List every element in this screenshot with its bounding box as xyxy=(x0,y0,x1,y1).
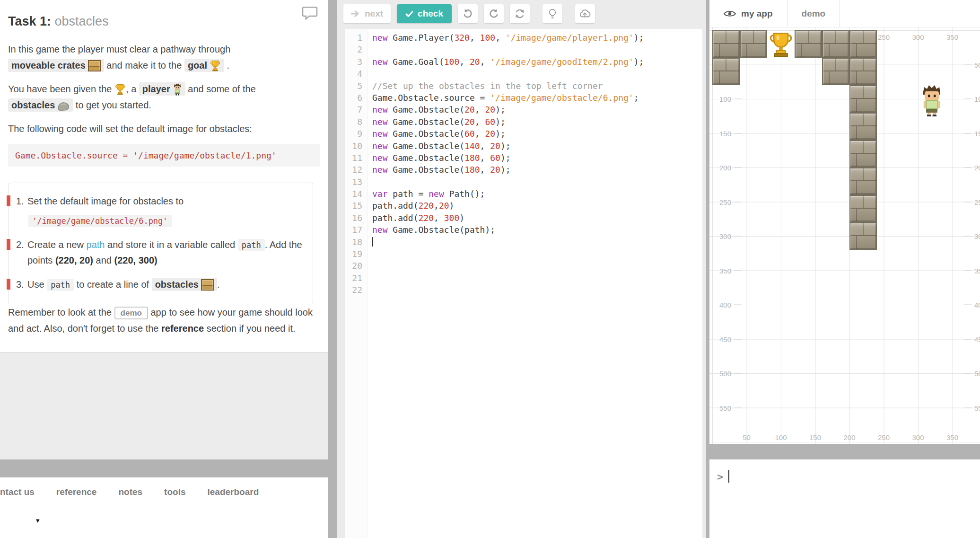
axis-label-left: 250 xyxy=(715,198,742,206)
crate-icon xyxy=(201,279,214,291)
reset-button[interactable] xyxy=(510,4,530,23)
task-item-1: 1. Set the default image for obstacles t… xyxy=(9,190,307,233)
dropdown-arrow-icon[interactable]: ▾ xyxy=(36,516,40,525)
code-line xyxy=(372,272,702,284)
footer-tab[interactable]: ntact us xyxy=(0,487,35,499)
undo-button[interactable] xyxy=(458,4,478,23)
axis-label-top: 350 xyxy=(946,33,958,41)
axis-label-right: 500 xyxy=(964,370,980,378)
paragraph-reminder: Remember to look at the demo app to see … xyxy=(8,304,320,336)
axis-label-right: 250 xyxy=(964,198,980,206)
chip-moveable-crates: moveable crates xyxy=(8,59,104,72)
editor-gutter: 12345678910111213141516171819202122 xyxy=(345,29,368,538)
footer-bar: ntact usreferencenotestoolsleaderboard ▾ xyxy=(0,477,328,538)
line-number: 8 xyxy=(345,116,367,128)
paragraph-default-image: The following code will set the default … xyxy=(8,121,320,137)
axis-label-top: 300 xyxy=(912,33,924,41)
line-number: 15 xyxy=(345,200,367,212)
crate-obstacle xyxy=(849,168,877,195)
code-editor[interactable]: 12345678910111213141516171819202122 new … xyxy=(345,29,702,538)
task-item-2: 2. Create a new path and store it in a v… xyxy=(9,233,307,273)
line-number: 13 xyxy=(345,176,367,188)
line-number: 1 xyxy=(345,32,367,44)
editor-panel: next check 12345678910111213141 xyxy=(337,0,706,538)
line-number: 21 xyxy=(345,272,367,284)
axis-label-right: 350 xyxy=(964,266,980,274)
axis-label-bottom: 350 xyxy=(946,433,958,441)
axis-label-right: 550 xyxy=(964,404,980,412)
tab-demo[interactable]: demo xyxy=(788,0,840,27)
crate-obstacle xyxy=(822,30,849,58)
crate-obstacle xyxy=(795,30,822,58)
rock-icon xyxy=(57,102,70,112)
line-number: 11 xyxy=(345,152,367,164)
axis-label-left: 100 xyxy=(715,95,742,103)
hint-button[interactable] xyxy=(542,4,562,23)
crate-obstacle xyxy=(849,85,877,113)
axis-label-right: 50 xyxy=(964,61,980,69)
game-stage[interactable]: 2503003501001502002503003504004505005505… xyxy=(709,27,980,444)
task-number: 3. xyxy=(16,277,24,292)
goal-trophy xyxy=(768,32,794,58)
axis-label-left: 450 xyxy=(715,335,742,343)
crate-obstacle xyxy=(822,58,849,85)
code-line: new Game.Obstacle(180, 20); xyxy=(372,164,702,176)
code-snippet-default: Game.Obstacle.source = '/image/game/obst… xyxy=(8,144,320,167)
code-line xyxy=(372,248,702,260)
line-number: 16 xyxy=(345,212,367,224)
point-2: (220, 300) xyxy=(114,255,158,265)
redo-icon xyxy=(489,9,499,19)
next-button[interactable]: next xyxy=(343,4,391,23)
editor-cursor xyxy=(372,237,373,247)
inline-code: path xyxy=(47,279,74,291)
line-number: 4 xyxy=(345,68,367,79)
inline-code: path xyxy=(238,239,265,251)
code-line: path.add(220, 300) xyxy=(372,212,702,224)
crate-obstacle xyxy=(849,58,877,85)
line-number: 5 xyxy=(345,80,367,92)
line-number: 18 xyxy=(345,236,367,248)
chip-goal: goal xyxy=(184,59,224,72)
check-button[interactable]: check xyxy=(397,4,452,23)
code-line: new Game.Obstacle(path); xyxy=(372,224,702,236)
axis-label-left: 350 xyxy=(715,266,742,274)
line-number: 22 xyxy=(345,284,367,296)
cloud-upload-icon xyxy=(579,9,591,19)
crate-icon xyxy=(88,60,101,71)
refresh-icon xyxy=(515,9,525,19)
axis-label-top: 250 xyxy=(878,33,890,41)
point-1: (220, 20) xyxy=(55,255,93,265)
axis-label-right: 100 xyxy=(964,95,980,103)
console-area[interactable]: > xyxy=(709,459,980,538)
footer-tab[interactable]: reference xyxy=(56,487,97,499)
line-number: 3 xyxy=(345,56,367,68)
code-line: new Game.Obstacle(140, 20); xyxy=(372,140,702,152)
footer-tab[interactable]: notes xyxy=(118,487,142,499)
paragraph-given: You have been given the , a player and s… xyxy=(8,81,320,113)
axis-label-bottom: 100 xyxy=(775,433,787,441)
footer-tabs: ntact usreferencenotestoolsleaderboard xyxy=(0,477,328,499)
redo-button[interactable] xyxy=(484,4,504,23)
code-line: new Game.Obstacle(60, 20); xyxy=(372,128,702,140)
save-button[interactable] xyxy=(575,4,595,23)
footer-tab[interactable]: tools xyxy=(164,487,185,499)
axis-label-left: 300 xyxy=(715,232,742,240)
trophy-icon xyxy=(210,60,221,72)
undo-icon xyxy=(463,9,473,19)
chip-obstacles-crate: obstacles xyxy=(152,278,217,291)
eye-icon xyxy=(724,10,736,18)
console-cursor xyxy=(728,470,729,483)
code-line xyxy=(372,176,702,188)
footer-tab[interactable]: leaderboard xyxy=(208,487,259,499)
line-number: 6 xyxy=(345,92,367,104)
line-number: 2 xyxy=(345,44,367,55)
crate-obstacle xyxy=(712,30,740,58)
editor-toolbar: next check xyxy=(337,4,595,23)
axis-label-bottom: 300 xyxy=(912,433,924,441)
path-link[interactable]: path xyxy=(87,239,105,250)
lightbulb-icon xyxy=(547,9,558,19)
code-line: new Game.Player(320, 100, '/image/game/p… xyxy=(372,32,702,44)
tab-my-app[interactable]: my app xyxy=(709,0,788,27)
task-list: 1. Set the default image for obstacles t… xyxy=(8,183,313,304)
task-item-3: 3. Use path to create a line of obstacle… xyxy=(9,273,307,297)
